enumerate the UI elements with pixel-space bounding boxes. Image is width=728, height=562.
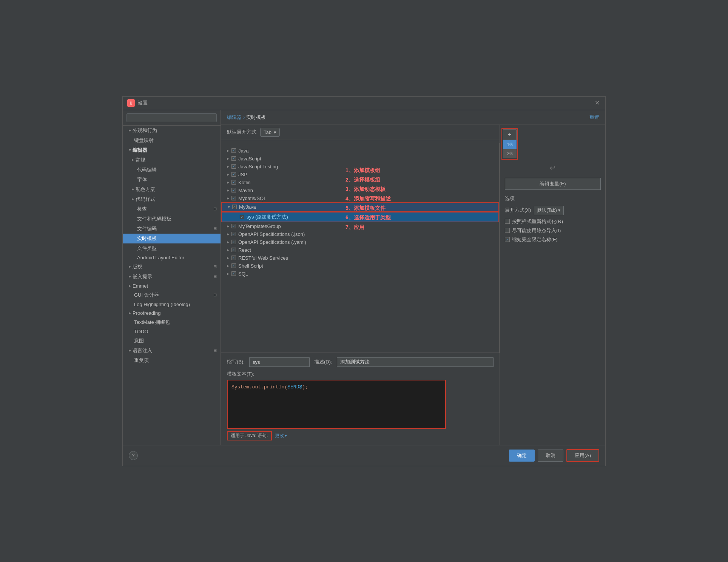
tree-item-sys[interactable]: sys (添加测试方法)	[221, 212, 499, 222]
tree-item-js-testing[interactable]: ▶ JavaScript Testing	[221, 163, 499, 171]
checkbox-mybatis[interactable]	[231, 196, 236, 200]
tree-item-javascript[interactable]: ▶ JavaScript	[221, 155, 499, 163]
sidebar-item-code-editing[interactable]: 代码编辑	[123, 165, 221, 175]
checkbox-js-testing[interactable]	[231, 164, 236, 169]
default-expand-label: 默认展开方式	[227, 129, 256, 135]
tree-item-kotlin[interactable]: ▶ Kotlin	[221, 179, 499, 186]
reset-button[interactable]: 重置	[589, 114, 599, 121]
checkbox-myjava[interactable]	[232, 205, 237, 209]
sidebar-item-live-templates[interactable]: 实时模板	[123, 234, 221, 243]
expand-icon: ▶	[227, 232, 229, 236]
sidebar-item-emmet[interactable]: ▶ Emmet	[123, 282, 221, 290]
default-expand-dropdown[interactable]: Tab ▾	[260, 128, 280, 137]
expand-icon: ▶	[129, 265, 131, 268]
sidebar-item-todo[interactable]: TODO	[123, 327, 221, 336]
abbr-input[interactable]	[249, 357, 310, 367]
confirm-button[interactable]: 确定	[509, 450, 535, 462]
sidebar-label: 意图	[134, 337, 144, 344]
sidebar-label: 编辑器	[133, 147, 147, 154]
tree-item-mybatis[interactable]: ▶ Mybatis/SQL	[221, 194, 499, 202]
sidebar-item-intention[interactable]: 意图	[123, 336, 221, 346]
sidebar-item-log-highlighting[interactable]: Log Highlighting (Ideolog)	[123, 300, 221, 309]
settings-panel: 编辑变量(E) 选项 展开方式(X) 默认(Tab) ▾ 按照样式重新格式化(R…	[500, 173, 605, 250]
edit-vars-button[interactable]: 编辑变量(E)	[505, 178, 601, 190]
expand-dropdown[interactable]: 默认(Tab) ▾	[534, 206, 564, 215]
help-button[interactable]: ?	[129, 451, 138, 460]
checkbox-restful[interactable]	[231, 256, 236, 260]
reformat-checkbox[interactable]	[505, 219, 510, 224]
checkbox-react[interactable]	[231, 248, 236, 252]
checkbox-openapi-yaml[interactable]	[231, 240, 236, 244]
tree-item-react[interactable]: ▶ React	[221, 246, 499, 254]
sidebar-item-file-code-templates[interactable]: 文件和代码模板	[123, 214, 221, 224]
expand-icon: ▶	[132, 197, 134, 201]
search-input[interactable]	[126, 113, 217, 122]
checkbox-javascript[interactable]	[231, 156, 236, 161]
form-area: 缩写(B): 描述(D): 模板文本(T): System.out.printl…	[221, 353, 500, 445]
reformat-label: 按照样式重新格式化(R)	[512, 218, 563, 225]
shorten-checkbox[interactable]	[505, 237, 510, 242]
option2-button[interactable]: 2 模	[503, 149, 517, 158]
checkbox-jsp[interactable]	[231, 172, 236, 177]
sidebar-item-color-scheme[interactable]: ▶ 配色方案	[123, 185, 221, 194]
cancel-button[interactable]: 取消	[538, 450, 563, 462]
sidebar-item-editor[interactable]: ▶ 编辑器	[123, 145, 221, 155]
sidebar-label: Log Highlighting (Ideolog)	[134, 302, 190, 307]
static-import-checkbox[interactable]	[505, 228, 510, 233]
sidebar-item-general[interactable]: ▶ 常规	[123, 155, 221, 165]
sidebar-item-inlay-hints[interactable]: ▶ 嵌入提示 ⊞	[123, 272, 221, 282]
sidebar-item-copyright[interactable]: ▶ 版权 ⊞	[123, 262, 221, 272]
sidebar-item-inspection[interactable]: 检查 ⊞	[123, 204, 221, 214]
sidebar-item-appearance[interactable]: ▶ 外观和行为	[123, 126, 221, 135]
breadcrumb: 编辑器 › 实时模板	[227, 114, 266, 121]
sidebar-item-code-style[interactable]: ▶ 代码样式	[123, 194, 221, 204]
template-editor[interactable]: System.out.println($END$);	[227, 380, 446, 429]
checkbox-shell[interactable]	[231, 263, 236, 268]
checkbox-kotlin[interactable]	[231, 180, 236, 185]
checkbox-java[interactable]	[231, 148, 236, 153]
desc-input[interactable]	[337, 357, 494, 367]
checkbox-maven[interactable]	[231, 188, 236, 192]
sidebar-item-proofreading[interactable]: ▶ Proofreading	[123, 309, 221, 317]
checkbox-openapi-json[interactable]	[231, 232, 236, 236]
option1-button[interactable]: 1 模	[503, 140, 517, 149]
expand-value: Tab	[264, 129, 271, 135]
tree-item-jsp[interactable]: ▶ JSP	[221, 171, 499, 179]
tree-item-maven[interactable]: ▶ Maven	[221, 186, 499, 194]
tree-item-sql[interactable]: ▶ SQL	[221, 270, 499, 278]
tree-label: Mybatis/SQL	[238, 196, 266, 201]
apply-button[interactable]: 应用(A)	[566, 449, 599, 462]
sidebar-label: 重复项	[134, 357, 149, 364]
sidebar-label: 嵌入提示	[133, 273, 152, 280]
tree-item-shell[interactable]: ▶ Shell Script	[221, 262, 499, 270]
sidebar-item-gui-designer[interactable]: GUI 设计器 ⊞	[123, 290, 221, 300]
sidebar-item-file-encoding[interactable]: 文件编码 ⊞	[123, 224, 221, 234]
tree-item-openapi-json[interactable]: ▶ OpenAPI Specifications (.json)	[221, 230, 499, 238]
sidebar-item-reset[interactable]: 重复项	[123, 356, 221, 365]
sidebar-item-android-layout[interactable]: Android Layout Editor	[123, 253, 221, 262]
checkbox-mytemplates[interactable]	[231, 224, 236, 228]
undo-button[interactable]: ↩	[548, 163, 558, 173]
tree-item-restful[interactable]: ▶ RESTful Web Services	[221, 254, 499, 262]
sidebar-item-font[interactable]: 字体	[123, 175, 221, 185]
sidebar-item-file-types[interactable]: 文件类型	[123, 243, 221, 253]
template-code2: );	[302, 384, 308, 390]
sidebar: ▶ 外观和行为 键盘映射 ▶ 编辑器 ▶ 常规 代码编辑 字体 ▶ 配色	[123, 110, 221, 445]
close-button[interactable]: ✕	[595, 100, 601, 106]
inlay-icon: ⊞	[213, 274, 217, 279]
sidebar-label: 实时模板	[137, 235, 157, 242]
sidebar-item-keymap[interactable]: 键盘映射	[123, 135, 221, 145]
expand-icon: ▶	[227, 189, 229, 192]
tree-item-openapi-yaml[interactable]: ▶ OpenAPI Specifications (.yaml)	[221, 238, 499, 246]
sidebar-item-textmate[interactable]: TextMate 捆绑包	[123, 317, 221, 327]
checkbox-sql[interactable]	[231, 271, 236, 276]
checkbox-sys[interactable]	[240, 215, 244, 219]
tree-item-java[interactable]: ▶ Java	[221, 147, 499, 155]
applicable-badge[interactable]: 适用于 Java: 语句.	[227, 431, 272, 440]
sidebar-item-lang-inject[interactable]: ▶ 语言注入 ⊞	[123, 346, 221, 356]
tree-item-myjava[interactable]: ▶ MyJava	[221, 202, 499, 212]
add-button[interactable]: +	[503, 129, 517, 140]
sidebar-label: Emmet	[133, 283, 148, 289]
tree-item-mytemplates[interactable]: ▶ MyTemplatesGroup	[221, 222, 499, 230]
change-link[interactable]: 更改 ▾	[275, 433, 287, 439]
